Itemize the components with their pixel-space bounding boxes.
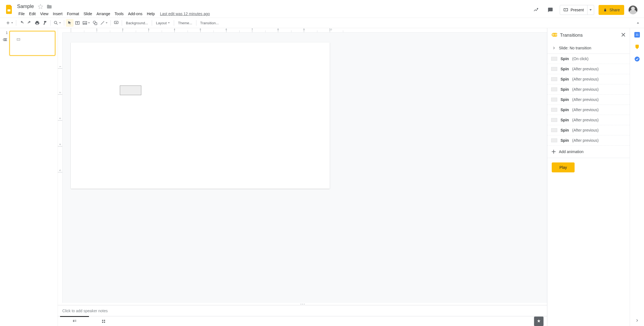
tasks-addon-icon[interactable] (634, 56, 640, 62)
animation-name: Spin (561, 138, 569, 143)
transition-button[interactable]: Transition... (198, 19, 221, 27)
line-tool[interactable] (99, 19, 109, 27)
animation-indicator-icon (3, 38, 7, 43)
vertical-ruler: 12345 (58, 33, 63, 303)
background-button[interactable]: Background... (124, 19, 150, 27)
zoom-button[interactable] (52, 19, 62, 27)
svg-rect-17 (104, 322, 105, 323)
animation-trigger: (After previous) (572, 128, 599, 132)
present-label: Present (570, 8, 584, 12)
animation-name: Spin (561, 108, 569, 112)
svg-rect-5 (95, 23, 97, 25)
animation-item-0[interactable]: Spin(On click) (547, 54, 630, 64)
animation-swatch-icon (551, 57, 557, 61)
last-edit-link[interactable]: Last edit was 12 minutes ago (160, 12, 210, 16)
toolbar: Background... Layout Theme... Transition… (0, 18, 644, 28)
play-button[interactable]: Play (552, 162, 575, 172)
notes-resize-handle[interactable] (58, 303, 547, 305)
menu-insert[interactable]: Insert (51, 10, 64, 17)
slide-transition-row[interactable]: Slide: No transition (547, 42, 630, 54)
svg-rect-10 (73, 320, 74, 321)
animation-item-3[interactable]: Spin(After previous) (547, 84, 630, 95)
menu-arrange[interactable]: Arrange (94, 10, 112, 17)
print-button[interactable] (33, 19, 41, 27)
animation-name: Spin (561, 87, 569, 92)
svg-rect-11 (73, 321, 74, 322)
sidebar-title: Transitions (560, 33, 619, 38)
svg-rect-15 (104, 320, 105, 321)
animation-item-7[interactable]: Spin(After previous) (547, 125, 630, 135)
animation-item-2[interactable]: Spin(After previous) (547, 74, 630, 84)
keep-addon-icon[interactable] (634, 44, 640, 50)
animation-trigger: (After previous) (572, 77, 599, 81)
move-folder-icon[interactable] (47, 4, 52, 9)
thumbnail-shape (17, 38, 20, 41)
animation-name: Spin (561, 128, 569, 132)
comments-icon[interactable] (545, 5, 555, 15)
layout-button[interactable]: Layout (154, 19, 172, 27)
calendar-addon-icon[interactable]: 31 (634, 32, 640, 38)
explore-button[interactable] (534, 316, 544, 326)
menu-format[interactable]: Format (65, 10, 81, 17)
menu-bar: FileEditViewInsertFormatSlideArrangeTool… (17, 10, 531, 18)
select-tool[interactable] (66, 19, 74, 27)
menu-edit[interactable]: Edit (27, 10, 38, 17)
transitions-sidebar: Transitions Slide: No transition Spin(On… (547, 28, 630, 326)
activity-icon[interactable] (531, 5, 541, 15)
svg-point-23 (635, 57, 640, 62)
filmstrip-view-tab[interactable] (60, 316, 89, 326)
animation-trigger: (On click) (572, 57, 588, 61)
rectangle-shape[interactable] (120, 85, 141, 95)
animation-item-1[interactable]: Spin(After previous) (547, 64, 630, 74)
comment-tool[interactable] (112, 19, 120, 27)
svg-rect-16 (102, 322, 103, 323)
share-button[interactable]: Share (599, 5, 624, 15)
shape-tool[interactable] (91, 19, 99, 27)
animation-name: Spin (561, 97, 569, 102)
svg-rect-0 (7, 9, 10, 12)
new-slide-button[interactable] (4, 19, 14, 27)
account-avatar[interactable] (629, 6, 637, 14)
slide-canvas-stage[interactable] (63, 33, 547, 303)
theme-button[interactable]: Theme... (176, 19, 194, 27)
document-title[interactable]: Sample (17, 4, 34, 9)
slide-transition-label: Slide: No transition (559, 46, 591, 50)
animation-item-6[interactable]: Spin(After previous) (547, 115, 630, 125)
redo-button[interactable] (26, 19, 33, 27)
animation-item-8[interactable]: Spin(After previous) (547, 135, 630, 146)
app-logo-icon[interactable] (4, 4, 15, 15)
close-sidebar-button[interactable] (621, 33, 625, 38)
textbox-tool[interactable] (74, 19, 81, 27)
menu-file[interactable]: File (17, 10, 27, 17)
slide-thumbnail-1[interactable] (9, 31, 55, 56)
animation-item-5[interactable]: Spin(After previous) (547, 105, 630, 115)
menu-slide[interactable]: Slide (82, 10, 94, 17)
add-animation-button[interactable]: Add animation (547, 146, 630, 158)
animation-swatch-icon (551, 138, 557, 142)
animation-trigger: (After previous) (572, 138, 599, 143)
menu-tools[interactable]: Tools (113, 10, 126, 17)
animation-swatch-icon (551, 128, 557, 132)
star-icon[interactable] (38, 4, 43, 9)
animation-swatch-icon (551, 98, 557, 101)
menu-add-ons[interactable]: Add-ons (126, 10, 144, 17)
present-button[interactable]: Present (560, 5, 587, 15)
slide-canvas[interactable] (71, 42, 330, 189)
grid-view-tab[interactable] (89, 316, 118, 326)
speaker-notes-input[interactable]: Click to add speaker notes (58, 305, 547, 316)
undo-button[interactable] (18, 19, 26, 27)
image-tool[interactable] (81, 19, 91, 27)
animation-trigger: (After previous) (572, 108, 599, 112)
menu-help[interactable]: Help (145, 10, 157, 17)
svg-rect-14 (102, 320, 103, 321)
animation-swatch-icon (551, 87, 557, 91)
present-dropdown[interactable] (587, 5, 594, 15)
animation-item-4[interactable]: Spin(After previous) (547, 95, 630, 105)
rail-collapse-button[interactable] (630, 315, 644, 326)
present-button-group: Present (560, 5, 594, 15)
menu-view[interactable]: View (38, 10, 50, 17)
collapse-toolbar-button[interactable] (634, 19, 642, 27)
paint-format-button[interactable] (41, 19, 49, 27)
svg-text:31: 31 (635, 33, 639, 36)
animation-swatch-icon (551, 77, 557, 81)
